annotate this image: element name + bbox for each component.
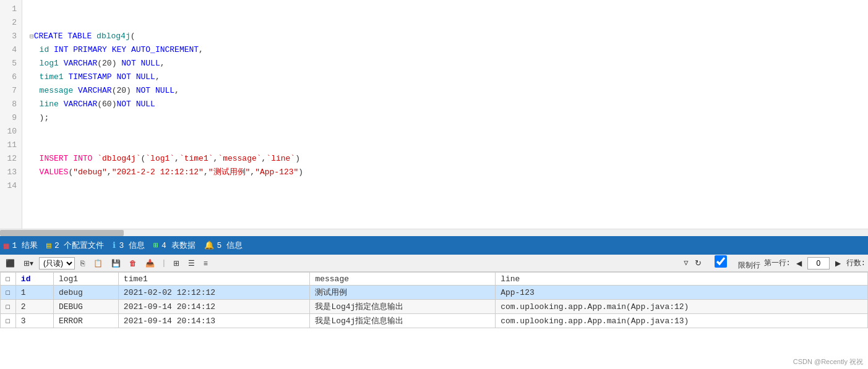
readonly-select[interactable]: (只读) (39, 257, 75, 269)
table-header-row: ☐ id log1 time1 message line (1, 273, 868, 286)
tabledata-icon: ⊞ (153, 240, 158, 250)
scrollbar-thumb[interactable] (0, 230, 124, 236)
row-line: com.uplooking.app.App.main(App.java:13) (496, 314, 868, 328)
toolbar-right: ▽ ↻ 限制行 第一行: ◀ ▶ 行数: (684, 255, 866, 271)
row-value-input[interactable] (807, 257, 830, 269)
tab-config[interactable]: ▤ 2 个配置文件 (46, 240, 104, 251)
header-checkbox: ☐ (1, 273, 16, 286)
save-btn[interactable]: 💾 (108, 257, 124, 269)
view-list-btn[interactable]: ☰ (185, 257, 198, 269)
refresh-icon: ⬛ (6, 259, 15, 268)
header-id: id (15, 273, 53, 286)
copy-icon: ⎘ (80, 259, 85, 268)
view-grid-btn[interactable]: ⊞ (170, 257, 183, 269)
row-checkbox[interactable]: ☐ (1, 300, 16, 314)
paste-btn[interactable]: 📋 (90, 257, 106, 269)
tab-results[interactable]: ▦ 1 结果 (4, 240, 38, 251)
row-checkbox[interactable]: ☐ (1, 286, 16, 300)
header-time1: time1 (118, 273, 310, 286)
grid-btn[interactable]: ⊞▾ (20, 257, 37, 269)
editor-area: 1 2 3 4 5 6 7 8 9 10 11 12 13 14 ⊟CREATE… (0, 0, 868, 229)
editor-scrollbar[interactable] (0, 229, 868, 236)
filter-icon[interactable]: ▽ (684, 258, 688, 268)
delete-btn[interactable]: 🗑 (126, 257, 140, 269)
tab-info2[interactable]: 🔔 5 信息 (204, 240, 243, 251)
delete-icon: 🗑 (129, 259, 137, 268)
row-time1: 2021-02-02 12:12:12 (118, 286, 310, 300)
tab-info-label: 3 信息 (119, 240, 145, 251)
header-line: line (496, 273, 868, 286)
row-time1: 2021-09-14 20:14:13 (118, 314, 310, 328)
import-icon: 📥 (145, 259, 155, 268)
view-tree-btn[interactable]: ≡ (200, 257, 211, 269)
tab-bar: ▦ 1 结果 ▤ 2 个配置文件 ℹ 3 信息 ⊞ 4 表数据 🔔 5 信息 (0, 236, 868, 255)
table-row[interactable]: ☐ 1 debug 2021-02-02 12:12:12 测试用例 App-1… (1, 286, 868, 300)
results-toolbar: ⬛ ⊞▾ (只读) ⎘ 📋 💾 🗑 📥 | ⊞ ☰ ≡ ▽ ↻ 限制行 第一行:… (0, 255, 868, 272)
results-table-wrap[interactable]: ☐ id log1 time1 message line ☐ 1 debug 2… (0, 272, 868, 369)
row-line: com.uplooking.app.App.main(App.java:12) (496, 300, 868, 314)
toolbar-divider1: | (160, 258, 168, 268)
header-message: message (310, 273, 496, 286)
row-log1: DEBUG (53, 300, 118, 314)
row-count-label: 行数: (846, 258, 866, 268)
refresh-btn[interactable]: ⬛ (2, 257, 18, 269)
header-log1: log1 (53, 273, 118, 286)
info2-icon: 🔔 (204, 240, 214, 250)
tab-config-label: 2 个配置文件 (54, 240, 105, 251)
prev-row-btn[interactable]: ◀ (794, 258, 804, 268)
row-message: 我是Log4j指定信息输出 (310, 300, 496, 314)
row-log1: debug (53, 286, 118, 300)
next-row-btn[interactable]: ▶ (833, 258, 843, 268)
results-table: ☐ id log1 time1 message line ☐ 1 debug 2… (0, 272, 868, 328)
limit-row-label: 限制行 (708, 255, 760, 271)
row-id: 1 (15, 286, 53, 300)
tab-info2-label: 5 信息 (217, 240, 243, 251)
tab-tabledata-label: 4 表数据 (161, 240, 196, 251)
watermark: CSDN @Recently 祝祝 (793, 357, 863, 367)
row-line: App-123 (496, 286, 868, 300)
info-icon: ℹ (113, 240, 116, 250)
row-message: 测试用例 (310, 286, 496, 300)
grid-icon: ⊞▾ (24, 259, 33, 268)
copy-btn[interactable]: ⎘ (77, 257, 88, 269)
table-icon: ▦ (4, 240, 9, 251)
config-icon: ▤ (46, 240, 51, 250)
limit-checkbox[interactable] (708, 255, 733, 268)
first-row-label: 第一行: (764, 258, 791, 268)
row-id: 3 (15, 314, 53, 328)
row-log1: ERROR (53, 314, 118, 328)
row-id: 2 (15, 300, 53, 314)
import-btn[interactable]: 📥 (142, 257, 158, 269)
line-numbers: 1 2 3 4 5 6 7 8 9 10 11 12 13 14 (0, 0, 22, 229)
row-message: 我是Log4j指定信息输出 (310, 314, 496, 328)
tab-results-label: 1 结果 (12, 240, 38, 251)
reload-btn[interactable]: ↻ (692, 257, 705, 269)
save-icon: 💾 (111, 259, 121, 268)
row-time1: 2021-09-14 20:14:12 (118, 300, 310, 314)
table-row[interactable]: ☐ 3 ERROR 2021-09-14 20:14:13 我是Log4j指定信… (1, 314, 868, 328)
tab-info[interactable]: ℹ 3 信息 (113, 240, 145, 251)
code-content[interactable]: ⊟CREATE TABLE dblog4j( id INT PRIMARY KE… (22, 0, 868, 229)
row-checkbox[interactable]: ☐ (1, 314, 16, 328)
paste-icon: 📋 (93, 259, 103, 268)
table-row[interactable]: ☐ 2 DEBUG 2021-09-14 20:14:12 我是Log4j指定信… (1, 300, 868, 314)
tab-tabledata[interactable]: ⊞ 4 表数据 (153, 240, 195, 251)
